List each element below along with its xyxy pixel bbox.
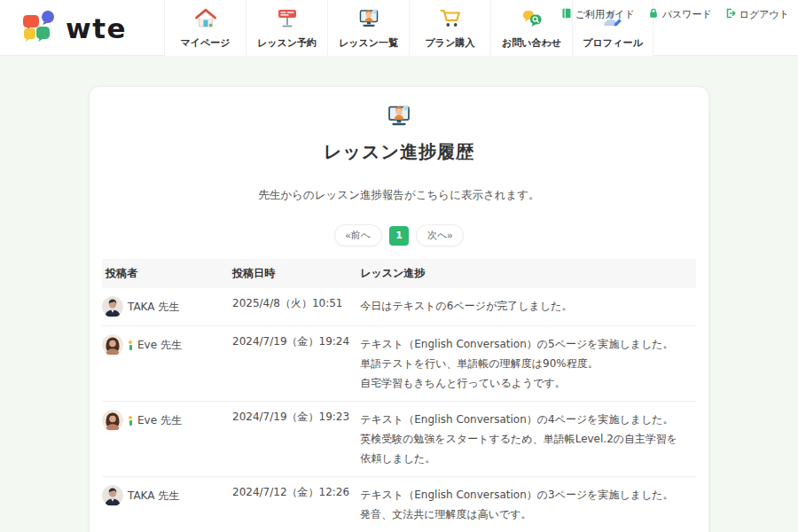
password-link[interactable]: パスワード <box>648 8 712 21</box>
nav-item-mypage[interactable]: マイページ <box>164 0 246 56</box>
col-header-progress: レッスン進捗 <box>358 259 696 288</box>
card-header-icon-wrap <box>102 103 696 133</box>
mini-figure-icon <box>128 340 133 350</box>
progress-table: 投稿者 投稿日時 レッスン進捗 <box>102 259 696 532</box>
nav-item-lesson-booking[interactable]: レッスン予約 <box>246 0 327 56</box>
prev-page-button[interactable]: «前へ <box>334 224 382 246</box>
nav-label: プロフィール <box>583 36 642 50</box>
monitor-person-icon <box>386 103 412 133</box>
nav-label: マイページ <box>180 36 230 50</box>
nav-label: レッスン一覧 <box>339 36 398 50</box>
page-body: レッスン進捗履歴 先生からのレッスン進捗報告がこちらに表示されます。 «前へ 1… <box>0 86 798 532</box>
post-datetime: 2025/4/8（火）10:51 <box>231 288 358 326</box>
table-row: TAKA 先生 2025/4/8（火）10:51 今日はテキストの6ページが完了… <box>102 288 696 326</box>
table-row: TAKA 先生 2024/7/12（金）12:26 テキスト（English C… <box>102 477 696 532</box>
logout-link[interactable]: ログアウト <box>725 8 789 21</box>
signboard-icon <box>276 7 299 34</box>
col-header-poster: 投稿者 <box>102 259 231 288</box>
nav-label: レッスン予約 <box>257 36 317 50</box>
poster-name: Eve 先生 <box>137 338 182 353</box>
header: wte マイページ <box>0 0 798 56</box>
progress-cell: テキスト（English Conversation）の3ページを実施しました。 … <box>358 477 696 532</box>
post-datetime: 2024/7/12（金）12:26 <box>231 477 358 532</box>
poster-name: Eve 先生 <box>137 413 182 428</box>
current-page-button[interactable]: 1 <box>389 226 409 246</box>
monitor-person-icon <box>357 7 380 34</box>
nav-item-lesson-list[interactable]: レッスン一覧 <box>327 0 409 56</box>
brand-logo[interactable]: wte <box>21 10 127 47</box>
next-page-button[interactable]: 次へ» <box>416 224 464 246</box>
password-link-label: パスワード <box>662 8 712 21</box>
poster-name: TAKA 先生 <box>128 300 179 315</box>
logout-link-label: ログアウト <box>739 8 789 21</box>
chat-bubbles-logo-icon <box>21 10 57 47</box>
lesson-progress-card: レッスン進捗履歴 先生からのレッスン進捗報告がこちらに表示されます。 «前へ 1… <box>89 86 709 532</box>
utility-links: ご利用ガイド パスワード ログアウト <box>561 8 789 21</box>
nav-item-plan-purchase[interactable]: プラン購入 <box>409 0 490 56</box>
cart-icon <box>439 7 462 34</box>
nav-label: お問い合わせ <box>502 36 561 50</box>
guide-link[interactable]: ご利用ガイド <box>561 8 635 21</box>
avatar-eve <box>102 410 123 431</box>
avatar-eve <box>102 334 123 356</box>
poster-name: TAKA 先生 <box>128 489 179 504</box>
home-icon <box>194 7 217 34</box>
page-subtitle: 先生からのレッスン進捗報告がこちらに表示されます。 <box>102 188 696 203</box>
page-title: レッスン進捗履歴 <box>102 140 696 164</box>
col-header-datetime: 投稿日時 <box>231 259 358 288</box>
table-header-row: 投稿者 投稿日時 レッスン進捗 <box>102 259 696 288</box>
avatar-taka <box>102 485 123 506</box>
logout-icon <box>725 8 736 21</box>
nav-item-contact[interactable]: お問い合わせ <box>490 0 572 56</box>
lock-icon <box>648 8 659 21</box>
progress-cell: テキスト（English Conversation）の4ページを実施しました。 … <box>358 402 696 477</box>
post-datetime: 2024/7/19（金）19:24 <box>231 326 358 402</box>
pagination-top: «前へ 1 次へ» <box>102 224 696 246</box>
mini-figure-icon <box>128 416 133 426</box>
chat-icon <box>520 7 544 34</box>
table-row: Eve 先生 2024/7/19（金）19:24 テキスト（English Co… <box>102 326 696 402</box>
guide-book-icon <box>561 8 572 21</box>
post-datetime: 2024/7/19（金）19:23 <box>231 402 358 477</box>
guide-link-label: ご利用ガイド <box>575 8 635 21</box>
brand-name: wte <box>66 15 127 43</box>
progress-cell: テキスト（English Conversation）の5ページを実施しました。 … <box>358 326 696 402</box>
nav-label: プラン購入 <box>426 36 475 50</box>
avatar-taka <box>102 296 123 317</box>
table-row: Eve 先生 2024/7/19（金）19:23 テキスト（English Co… <box>102 402 696 477</box>
progress-cell: 今日はテキストの6ページが完了しました。 <box>358 288 696 326</box>
